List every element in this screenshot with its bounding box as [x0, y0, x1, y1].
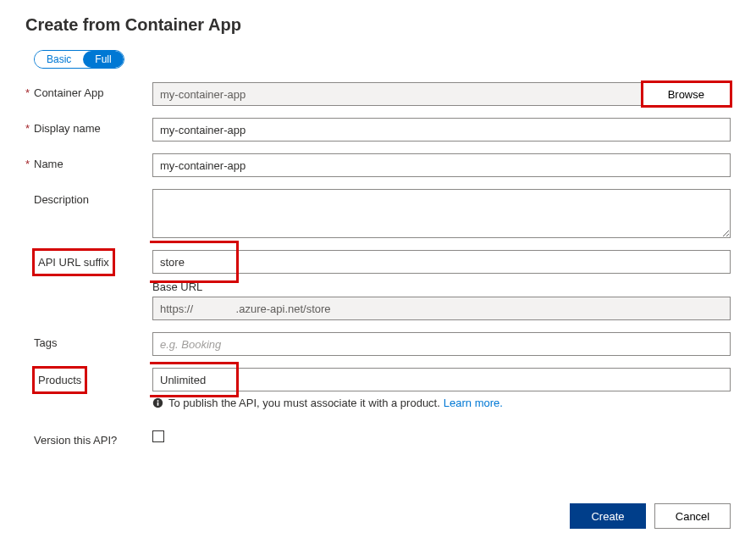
page-title: Create from Container App — [25, 15, 731, 35]
version-checkbox[interactable] — [152, 430, 164, 442]
toggle-full[interactable]: Full — [83, 51, 123, 68]
name-field[interactable] — [152, 153, 731, 177]
version-label: Version this API? — [34, 430, 152, 447]
container-app-field — [152, 82, 643, 106]
products-label: Products — [38, 374, 81, 386]
svg-rect-2 — [157, 400, 159, 402]
display-name-label: Display name — [34, 118, 152, 135]
api-url-suffix-field[interactable] — [152, 250, 731, 274]
create-button[interactable]: Create — [570, 503, 646, 529]
browse-button[interactable]: Browse — [643, 82, 731, 106]
products-hint: To publish the API, you must associate i… — [152, 397, 731, 409]
container-app-label: Container App — [34, 82, 152, 99]
base-url-label: Base URL — [152, 280, 731, 293]
toggle-basic[interactable]: Basic — [35, 51, 83, 68]
products-field[interactable] — [152, 368, 731, 391]
api-url-suffix-label: API URL suffix — [38, 256, 109, 269]
name-label: Name — [34, 153, 152, 170]
learn-more-link[interactable]: Learn more. — [444, 397, 503, 409]
description-label: Description — [34, 189, 152, 206]
info-icon — [152, 397, 163, 408]
cancel-button[interactable]: Cancel — [654, 503, 731, 529]
display-name-field[interactable] — [152, 118, 731, 142]
view-toggle: Basic Full — [34, 50, 124, 69]
svg-rect-1 — [157, 402, 159, 406]
description-field[interactable] — [152, 189, 731, 238]
tags-label: Tags — [34, 332, 152, 349]
tags-field[interactable] — [152, 332, 731, 356]
base-url-field — [152, 297, 731, 320]
